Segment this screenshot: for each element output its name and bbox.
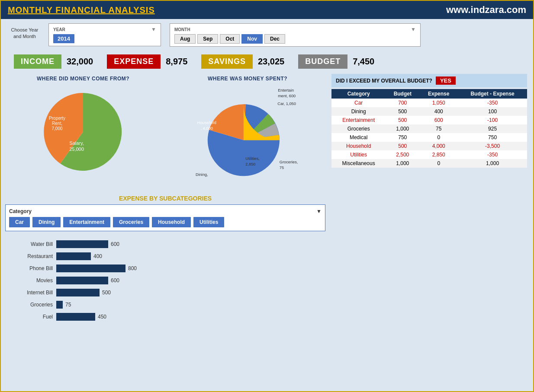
table-cell: Household — [331, 142, 386, 150]
table-cell: 925 — [458, 124, 527, 133]
entertainment-pie-label2: ment, 600 — [278, 94, 296, 98]
kpi-expense: EXPENSE 8,975 — [107, 54, 193, 69]
table-cell: Miscellaneous — [331, 159, 386, 168]
table-cell: 1,000 — [386, 124, 419, 133]
bar-row: Fuel450 — [14, 313, 317, 321]
table-cell: Utilities — [331, 150, 386, 159]
year-selector[interactable]: YEAR ▼ 2014 — [48, 23, 161, 46]
year-filter-icon[interactable]: ▼ — [151, 26, 156, 32]
bar-label: Restaurant — [14, 253, 53, 259]
table-cell: 400 — [419, 107, 458, 116]
table-row: Dining500400100 — [331, 107, 527, 116]
bar-row: Restaurant400 — [14, 252, 317, 260]
kpi-row: INCOME 32,000 EXPENSE 8,975 SAVINGS 23,0… — [1, 51, 533, 72]
kpi-budget: BUDGET 7,450 — [298, 54, 380, 69]
page-title: MONTHLY FINANCIAL ANALYSIS — [8, 5, 155, 15]
expense-pie-group — [208, 104, 280, 176]
expense-pie-svg: Car, 1,050 Entertain ment, 600 Utilities… — [191, 84, 304, 188]
bar-fill — [56, 240, 108, 248]
category-filter-box: Category ▼ CarDiningEntertainmentGroceri… — [5, 204, 325, 231]
month-btn-nov[interactable]: Nov — [241, 34, 263, 44]
table-cell: Medical — [331, 133, 386, 142]
category-filter-label: Category — [9, 208, 32, 214]
bar-row: Water Bill600 — [14, 240, 317, 248]
budget-label: BUDGET — [298, 54, 347, 69]
table-cell: 700 — [386, 99, 419, 107]
table-cell: -350 — [458, 99, 527, 107]
month-btn-oct[interactable]: Oct — [220, 34, 240, 44]
table-row: Car7001,050-350 — [331, 99, 527, 107]
kpi-income: INCOME 32,000 — [14, 54, 98, 69]
bar-label: Internet Bill — [14, 290, 53, 296]
table-row: Miscellaneous1,00001,000 — [331, 159, 527, 168]
budget-question: DID I EXCEED MY OVERALL BUDGET? — [336, 78, 432, 84]
bar-label: Fuel — [14, 314, 53, 320]
bar-fill — [56, 289, 100, 296]
bar-label: Phone Bill — [14, 265, 53, 271]
property-rent-label: Property — [49, 116, 65, 121]
income-pie-section: WHERE DID MONEY COME FROM? Salary, 25,00… — [5, 72, 161, 191]
car-pie-label: Car, 1,050 — [277, 102, 296, 106]
table-cell: 750 — [458, 133, 527, 142]
bar-fill — [56, 301, 63, 309]
subcategory-title: EXPENSE BY SUBCATEGORIES — [5, 195, 325, 202]
month-btn-aug[interactable]: Aug — [174, 34, 196, 44]
bar-row: Internet Bill500 — [14, 289, 317, 296]
utilities-value: 2,850 — [245, 162, 255, 166]
bar-container: 600 — [56, 277, 317, 284]
table-cell: 100 — [458, 107, 527, 116]
income-pie-svg: Salary, 25,000 Property Rent, 7,000 — [35, 84, 131, 179]
household-pie-label: Household — [197, 121, 216, 125]
controls-row: Choose Year and Month YEAR ▼ 2014 MONTH … — [1, 19, 533, 51]
table-cell: 2,500 — [386, 150, 419, 159]
expense-chart-title: WHERE WAS MONEY SPENT? — [173, 76, 322, 82]
income-chart-title: WHERE DID MONEY COME FROM? — [9, 76, 158, 82]
income-label: INCOME — [14, 54, 61, 69]
main-container: MONTHLY FINANCIAL ANALYSIS www.indzara.c… — [0, 0, 534, 392]
household-pie-value: , 4,000 — [201, 126, 213, 131]
table-cell: 500 — [386, 107, 419, 116]
budget-header: DID I EXCEED MY OVERALL BUDGET? YES — [331, 74, 527, 87]
table-cell: Groceries — [331, 124, 386, 133]
bar-chart-section: Water Bill600Restaurant400Phone Bill800M… — [5, 234, 325, 331]
category-btn-entertainment[interactable]: Entertainment — [63, 217, 110, 227]
bar-container: 75 — [56, 301, 317, 309]
month-btn-dec[interactable]: Dec — [264, 34, 285, 44]
expense-pie-wrapper: Car, 1,050 Entertain ment, 600 Utilities… — [173, 84, 322, 188]
bar-value: 600 — [111, 277, 119, 284]
table-cell: 1,000 — [458, 159, 527, 168]
table-cell: Dining — [331, 107, 386, 116]
groceries-pie-value: 75 — [280, 166, 284, 170]
bar-value: 75 — [65, 302, 71, 308]
month-btn-sep[interactable]: Sep — [197, 34, 218, 44]
table-row: Groceries1,00075925 — [331, 124, 527, 133]
category-btn-car[interactable]: Car — [9, 217, 30, 227]
table-cell: 600 — [419, 116, 458, 124]
bar-value: 500 — [102, 290, 111, 296]
property-rent-value: 7,000 — [51, 126, 62, 131]
table-cell: 1,000 — [386, 159, 419, 168]
month-selector: MONTH ▼ AugSepOctNovDec — [170, 23, 421, 47]
bar-fill — [56, 265, 125, 272]
bar-value: 400 — [93, 253, 102, 259]
utilities-pie-label: Utilities, — [245, 156, 259, 161]
budget-value: 7,450 — [347, 55, 380, 68]
month-label: MONTH — [174, 27, 190, 32]
category-filter-icon[interactable]: ▼ — [316, 208, 322, 214]
table-cell: 2,850 — [419, 150, 458, 159]
budget-table-header: Expense — [419, 89, 458, 99]
category-btn-utilities[interactable]: Utilities — [193, 217, 224, 227]
bar-container: 400 — [56, 252, 317, 260]
salary-value: 25,000 — [69, 147, 84, 152]
category-btn-dining[interactable]: Dining — [32, 217, 61, 227]
bar-container: 450 — [56, 313, 317, 321]
expense-label: EXPENSE — [107, 54, 161, 69]
month-filter-icon[interactable]: ▼ — [411, 26, 416, 32]
choose-label: Choose Year and Month — [10, 23, 40, 40]
property-rent-label2: Rent, — [52, 121, 62, 126]
category-buttons: CarDiningEntertainmentGroceriesHousehold… — [9, 217, 322, 227]
year-value: 2014 — [53, 34, 74, 43]
category-btn-household[interactable]: Household — [152, 217, 191, 227]
category-btn-groceries[interactable]: Groceries — [113, 217, 149, 227]
table-row: Household5004,000-3,500 — [331, 142, 527, 150]
